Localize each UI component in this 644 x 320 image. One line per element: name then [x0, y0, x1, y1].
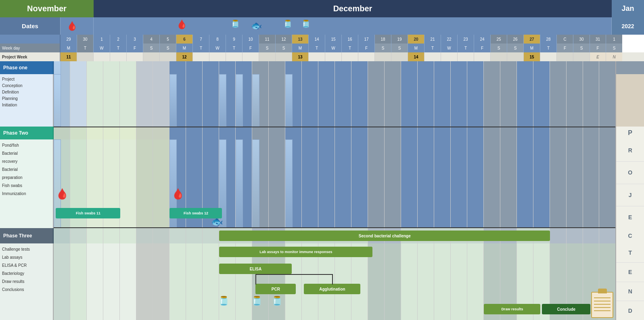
blood-drop-dec6: 🩸 [176, 19, 187, 30]
week-N: N [606, 52, 622, 61]
washer-phase3-dec9: 🫙 [218, 296, 229, 306]
washer-phase3-dec13: 🫙 [272, 296, 282, 306]
washer-phase3-dec12: 🫙 [251, 296, 262, 306]
washer-dec12: 🫙 [283, 19, 292, 28]
dates-row: Dates 🩸 🩸 🫙 🐟 🫙 🫙 2022 [0, 17, 644, 35]
week-13: 13 [292, 52, 309, 61]
week-12: 12 [176, 52, 193, 61]
dec-dates-area: 🩸 🫙 🐟 🫙 🫙 [94, 17, 612, 35]
dates-label: Dates [0, 17, 61, 35]
fish-dec10: 🐟 [251, 21, 262, 31]
end-letter-N: N [616, 282, 644, 301]
blood-drop-nov29: 🩸 [67, 21, 77, 31]
phase-three-activities: Challenge tests Lab assays ELISA & PCR B… [0, 243, 644, 320]
weekday-row: Week day M T W T F S S M T W T F S S M T… [0, 44, 644, 52]
phase-three-header: Phase Three Second bacterial challenge [0, 228, 644, 243]
fish-swabs-11-bar: Fish swabs 11 [56, 208, 120, 218]
week-E: E [590, 52, 606, 61]
agglutination-bar: Agglutination [304, 284, 360, 294]
phase-two-header: Phase Two [0, 127, 644, 139]
elisa-bar: ELISA [219, 264, 292, 274]
phase-two-activities: Pond/fish Bacterial recovery Bacterial p… [0, 139, 644, 228]
month-december: December [94, 0, 612, 17]
gantt-chart: November December Jan Dates 🩸 🩸 [0, 0, 644, 320]
phase-one-activities: Project Conception Definition Planning I… [0, 74, 644, 127]
end-letter-D: D [616, 301, 644, 320]
blood-drop-phase2-nov: 🩸 [56, 188, 69, 200]
weekday-label: Week day [0, 44, 61, 52]
fish-swabs-12-bar: Fish swabs 12 [169, 208, 222, 218]
clipboard-icon [591, 292, 613, 318]
end-letter-E: E [616, 263, 644, 282]
nov-29-30-cell: 🩸 [61, 17, 94, 35]
week-11: 11 [61, 52, 77, 61]
washer-dec13: 🫙 [301, 19, 310, 28]
project-letter-C: C [615, 228, 644, 243]
year-cell: 2022 [612, 17, 644, 35]
week-14: 14 [408, 52, 424, 61]
lab-assays-bar: Lab assays to monitor immune responses [219, 247, 372, 257]
washer-dec9: 🫙 [231, 19, 240, 28]
conclude-bar: Conclude [542, 304, 590, 314]
month-november: November [0, 0, 94, 17]
project-week-row: Project Week 11 12 13 [0, 52, 644, 61]
day-numbers-row: 29 30 1 2 3 4 5 6 7 8 9 10 11 12 13 14 1… [0, 35, 644, 44]
second-bacterial-bar: Second bacterial challenge [219, 231, 550, 241]
week-15: 15 [524, 52, 540, 61]
project-week-label: Project Week [0, 52, 61, 61]
blood-drop-phase2-dec6: 🩸 [171, 188, 184, 200]
pcr-bar: PCR [255, 284, 296, 294]
month-january: Jan [612, 0, 644, 17]
project-letter-P: P [615, 127, 644, 139]
draw-results-bar: Draw results [484, 304, 540, 314]
phase-one-header: Phase one [0, 61, 644, 74]
